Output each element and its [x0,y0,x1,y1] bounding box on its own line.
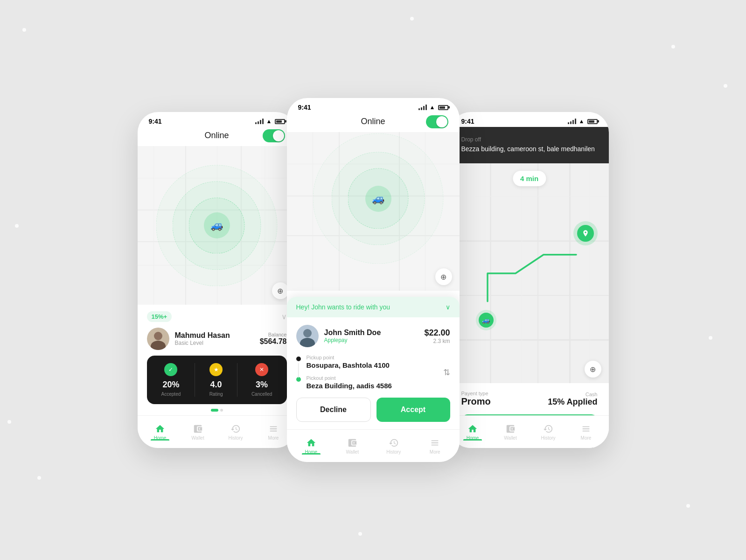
more-icon-left [268,424,279,434]
balance-amount-left: $564.78 [260,337,287,346]
nav-wallet-left[interactable]: Wallet [179,424,217,441]
stat-rating: ★ 4.0 Rating [209,363,223,397]
signal-right [568,119,576,124]
accept-button[interactable]: Accept [376,398,450,422]
bottom-nav-center: Home Wallet History More [287,429,460,462]
dropoff-address-text: Bezza building, cameroon st, bale medhan… [461,145,598,154]
nav-label-wallet-center: Wallet [346,449,359,455]
nav-wallet-center[interactable]: Wallet [332,438,373,455]
decline-button[interactable]: Decline [296,398,371,422]
rider-row: John Smith Doe Applepay $22.00 2.3 km [296,325,450,347]
payment-left: Payent type Promo [461,391,491,407]
time-left: 9:41 [149,118,162,125]
history-icon-left [230,424,241,434]
svg-point-4 [303,329,312,337]
dropoff-dot [296,377,301,382]
user-name-left: Mahmud Hasan [175,331,230,340]
nav-label-more-right: More [581,435,592,441]
battery-right [587,119,598,124]
stat-icon-cancelled: ✕ [255,363,268,376]
wifi-left: ▲ [266,118,272,125]
rider-details: John Smith Doe Applepay [324,329,381,343]
more-icon-right [581,424,591,434]
eta-badge: 4 min [513,171,546,186]
header-title-center: Online [361,117,385,126]
action-buttons: Decline Accept [296,398,450,422]
percentage-badge-left: 15%+ [147,311,172,322]
map-center: 🚙 ⊕ [287,132,460,291]
stat-label-accepted: Accepted [161,392,181,397]
stats-card-left: ✓ 20% Accepted ★ 4.0 Rating ✕ 3% Cancell… [147,356,287,404]
header-left: Online [138,127,296,146]
ride-body: John Smith Doe Applepay $22.00 2.3 km [287,317,460,429]
nav-label-history-right: History [541,435,555,441]
nav-label-wallet-right: Wallet [504,435,516,441]
status-bar-center: 9:41 ▲ [287,98,460,113]
nav-more-center[interactable]: More [414,438,456,455]
car-icon-left: 🚙 [204,212,230,238]
cash-value-right: 15% Applied [548,397,597,406]
ride-request-card: Hey! John wants to ride with you ∨ [287,297,460,429]
nav-history-right[interactable]: History [530,424,567,441]
nav-home-right[interactable]: Home [454,424,492,441]
nav-active-bar-center [302,453,321,455]
price-amount: $22.00 [424,328,450,338]
dropoff-card: Drop off Bezza building, cameroon st, ba… [450,127,609,163]
wifi-center: ▲ [430,104,435,111]
nav-home-left[interactable]: Home [141,424,179,441]
wallet-icon-right [505,424,516,434]
wallet-icon-center [347,438,357,448]
nav-history-left[interactable]: History [217,424,255,441]
nav-wallet-right[interactable]: Wallet [492,424,530,441]
status-bar-left: 9:41 ▲ [138,112,296,127]
nav-active-bar-right [463,439,482,441]
phones-container: 9:41 ▲ Online [138,98,609,462]
status-bar-right: 9:41 ▲ [450,112,609,127]
home-icon-right [467,424,478,434]
crosshair-left[interactable]: ⊕ [272,282,289,299]
online-toggle-left[interactable] [263,129,285,142]
user-row-left: Mahmud Hasan Basic Level Balance $564.78 [147,328,287,350]
stat-value-rating: 4.0 [210,380,222,390]
stat-label-cancelled: Cancelled [251,392,272,397]
stat-cancelled: ✕ 3% Cancelled [251,363,272,397]
nav-more-right[interactable]: More [567,424,605,441]
dot-1-left [211,409,218,412]
status-icons-center: ▲ [418,104,448,111]
swap-icon: ⇅ [443,367,450,378]
nav-history-center[interactable]: History [373,438,415,455]
battery-left [275,119,285,124]
svg-point-1 [154,332,162,340]
nav-home-center[interactable]: Home [291,438,332,455]
dropoff-label: Pickout point [307,375,392,381]
payment-type-value-right: Promo [461,396,491,406]
wifi-right: ▲ [579,118,585,125]
rider-name: John Smith Doe [324,329,381,337]
bottom-nav-left: Home Wallet History More [138,415,296,448]
stat-icon-accepted: ✓ [164,363,177,376]
user-details-left: Mahmud Hasan Basic Level [175,331,230,346]
online-toggle-center[interactable] [426,115,448,128]
payment-type-label: Applepay [324,337,381,343]
route-svg-right [450,163,609,383]
stat-label-rating: Rating [209,392,223,397]
toggle-knob-center [436,116,447,127]
card-header-left: 15%+ ∨ [147,311,287,322]
car-center: 🚙 [365,186,391,212]
pagination-left [147,409,287,412]
dot-2-left [220,409,223,412]
balance-label-left: Balance [260,332,287,337]
status-icons-right: ▲ [568,118,598,125]
time-center: 9:41 [298,104,311,111]
nav-label-more-center: More [430,449,440,455]
map-left: 🚙 ⊕ [138,146,296,305]
crosshair-right[interactable]: ⊕ [585,361,601,378]
signal-center [418,105,427,110]
crosshair-center[interactable]: ⊕ [435,268,452,285]
location-line [298,363,299,378]
stat-accepted: ✓ 20% Accepted [161,363,181,397]
bottom-nav-right: Home Wallet History More [450,415,609,448]
payment-type-label-right: Payent type [461,391,491,396]
nav-label-wallet-left: Wallet [191,435,204,441]
user-level-left: Basic Level [175,340,230,346]
